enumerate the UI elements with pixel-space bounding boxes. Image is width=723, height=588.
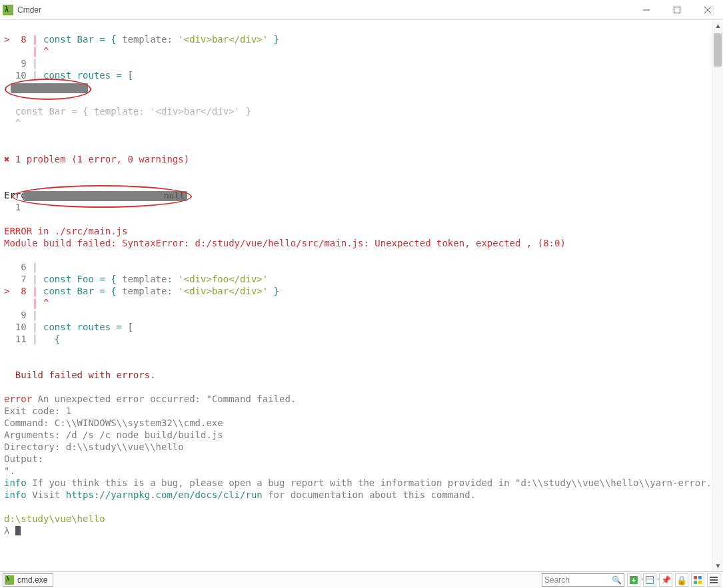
terminal-area: > 8 | const Bar = { template: '<div>bar<… (0, 20, 723, 571)
title-bar: Cmder (0, 0, 723, 20)
annotation-circle (12, 185, 192, 208)
module-build-failed: Module build failed: SyntaxError: d:/stu… (4, 238, 566, 248)
prompt-lambda: λ (4, 525, 15, 536)
window-title: Cmder (17, 5, 41, 15)
tab-icon (5, 575, 14, 585)
build-failed: Build failed with errors. (4, 370, 156, 380)
minimize-button[interactable] (631, 0, 662, 20)
menu-button[interactable] (707, 573, 720, 587)
cursor (15, 526, 21, 535)
search-placeholder: Search (544, 575, 612, 585)
close-button[interactable] (692, 0, 723, 20)
always-on-top-button[interactable]: 📌 (659, 573, 672, 587)
window-menu-button[interactable]: ▾ (643, 573, 656, 587)
svg-rect-0 (674, 7, 680, 13)
terminal-output[interactable]: > 8 | const Bar = { template: '<div>bar<… (0, 20, 712, 571)
cwd-path: d:\study\vue\hello (4, 513, 105, 524)
scroll-up-arrow[interactable]: ▲ (712, 20, 723, 31)
problem-summary: 1 problem (1 error, 0 warnings) (9, 154, 189, 164)
vertical-scrollbar[interactable]: ▲ ▼ (712, 20, 723, 571)
lock-button[interactable]: 🔒 (675, 573, 688, 587)
search-icon[interactable]: 🔍 (612, 575, 622, 585)
tab-label: cmd.exe (17, 575, 47, 585)
status-bar: cmd.exe Search 🔍 +▾ ▾ 📌 🔒 (0, 571, 723, 588)
scroll-thumb[interactable] (714, 33, 722, 67)
annotation-circle (5, 79, 91, 100)
error-mark: > 8 | (4, 34, 43, 45)
search-box[interactable]: Search 🔍 (542, 573, 624, 587)
app-icon (3, 5, 13, 15)
maximize-button[interactable] (662, 0, 692, 20)
new-console-button[interactable]: +▾ (627, 573, 640, 587)
window-controls (631, 0, 723, 20)
console-tab[interactable]: cmd.exe (3, 573, 53, 587)
tiles-button[interactable] (691, 573, 704, 587)
scroll-down-arrow[interactable]: ▼ (712, 560, 723, 571)
error-in: ERROR in ./src/main.js (4, 226, 127, 236)
